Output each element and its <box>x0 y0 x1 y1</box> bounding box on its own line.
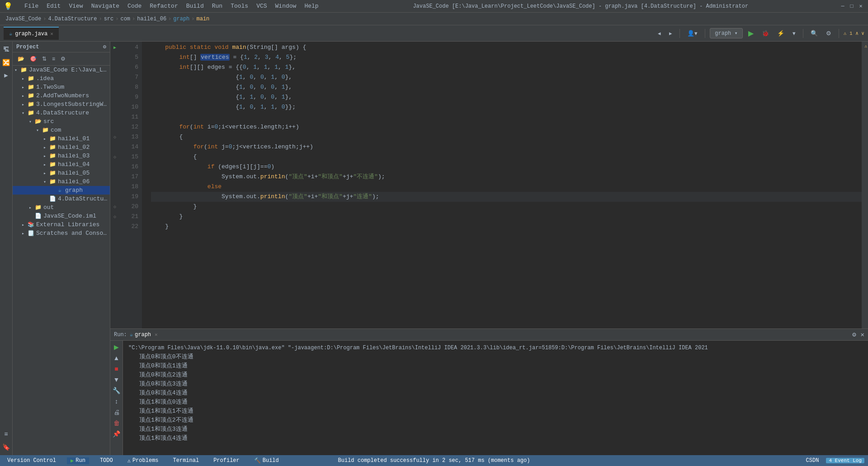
maximize-button[interactable]: □ <box>848 3 855 10</box>
debug-button[interactable]: 🐞 <box>759 28 772 38</box>
console-up-btn[interactable]: ▲ <box>112 353 122 362</box>
console-trash-btn[interactable]: 🗑 <box>112 418 122 428</box>
forward-button[interactable]: ▸ <box>666 28 675 38</box>
status-csdn[interactable]: CSDN <box>806 457 819 464</box>
menu-run[interactable]: Run <box>208 2 226 10</box>
status-tab-profiler[interactable]: Profiler <box>210 457 243 464</box>
tree-item-twosum[interactable]: ▸ 📁 1.TwoSum <box>13 83 110 91</box>
activity-structure-icon[interactable]: ≡ <box>1 429 12 440</box>
back-button[interactable]: ◂ <box>655 28 664 38</box>
tree-item-hailei03[interactable]: ▸ 📁 hailei_03 <box>13 152 110 160</box>
tree-item-dataxml[interactable]: ▸ 📄 4.DataStructure.iml <box>13 195 110 203</box>
tree-item-graph[interactable]: ▸ ☕ graph <box>13 186 110 195</box>
settings-tree-button[interactable]: ⚙ <box>58 54 68 63</box>
menu-vcs[interactable]: VCS <box>253 2 270 10</box>
breadcrumb-item-5[interactable]: graph <box>173 16 189 22</box>
console-pin-btn[interactable]: 📌 <box>111 429 122 438</box>
folder-icon-datastructure: 📁 <box>27 109 34 116</box>
close-button[interactable]: ✕ <box>857 3 864 10</box>
tree-item-idea[interactable]: ▸ 📁 .idea <box>13 74 110 83</box>
menu-file[interactable]: File <box>21 2 42 10</box>
tree-item-longest[interactable]: ▸ 📁 3.LongestSubstringWi... <box>13 100 110 109</box>
status-message: Build completed successfully in 2 sec, 5… <box>338 457 530 464</box>
breadcrumb-item-0[interactable]: JavaSE_Code <box>5 16 41 22</box>
tree-item-scratches[interactable]: ▸ 🗒️ Scratches and Consoles <box>13 229 110 238</box>
bottom-panel-close[interactable]: ✕ <box>861 331 864 338</box>
breadcrumb-item-2[interactable]: src <box>104 16 114 22</box>
bottom-panel-settings[interactable]: ⚙ <box>852 331 856 338</box>
tree-item-com[interactable]: ▾ 📁 com <box>13 126 110 134</box>
menu-help[interactable]: Help <box>301 2 322 10</box>
line-num-4: 4 <box>119 43 138 52</box>
toolbar-separator-4 <box>839 29 839 38</box>
menu-navigate[interactable]: Navigate <box>88 2 123 10</box>
menu-build[interactable]: Build <box>183 2 208 10</box>
activity-project-icon[interactable]: 🏗 <box>1 44 12 55</box>
tree-item-src[interactable]: ▾ 📂 src <box>13 117 110 126</box>
run-tab-close[interactable]: ✕ <box>155 332 158 338</box>
settings-button[interactable]: ⚙ <box>823 28 834 38</box>
breadcrumb-item-1[interactable]: 4.DataStructure <box>48 16 97 22</box>
status-tab-terminal[interactable]: Terminal <box>170 457 203 464</box>
tree-item-root[interactable]: ▾ 📁 JavaSE_Code E:\Java_Lea... <box>13 66 110 74</box>
menu-window[interactable]: Window <box>272 2 300 10</box>
run-button[interactable]: ▶ <box>745 27 756 39</box>
tree-item-hailei01[interactable]: ▸ 📁 hailei_01 <box>13 134 110 143</box>
status-event-count[interactable]: 4 Event Log <box>826 458 864 463</box>
run-config-dropdown[interactable]: graph ▾ <box>710 28 742 38</box>
console-print-btn[interactable]: 🖨 <box>112 408 122 417</box>
console-scroll-btn[interactable]: ↕ <box>113 397 120 406</box>
search-everywhere-button[interactable]: 🔍 <box>808 28 821 38</box>
status-tab-todo[interactable]: TODO <box>96 457 117 464</box>
tree-item-javasexml[interactable]: ▸ 📄 JavaSE_Code.iml <box>13 212 110 220</box>
collapse-all-button[interactable]: 📂 <box>15 54 27 63</box>
window-controls[interactable]: ─ □ ✕ <box>839 3 864 10</box>
code-content[interactable]: public static void main(String[] args) {… <box>142 42 862 328</box>
menu-code[interactable]: Code <box>124 2 145 10</box>
tree-item-datastructure[interactable]: ▾ 📁 4.DataStructure <box>13 109 110 117</box>
activity-run-icon[interactable]: ▶ <box>1 70 12 81</box>
run-tab-label[interactable]: ☕ graph ✕ <box>130 331 158 338</box>
tree-item-hailei02[interactable]: ▸ 📁 hailei_02 <box>13 143 110 152</box>
console-stop-btn[interactable]: ■ <box>113 364 120 373</box>
breadcrumb-item-4[interactable]: hailei_06 <box>137 16 166 22</box>
tree-item-hailei04[interactable]: ▸ 📁 hailei_04 <box>13 160 110 169</box>
tree-item-hailei05[interactable]: ▸ 📁 hailei_05 <box>13 169 110 177</box>
menu-tools[interactable]: Tools <box>227 2 252 10</box>
activity-bookmark-icon[interactable]: 🔖 <box>1 442 12 452</box>
breadcrumb-sep-3: › <box>132 16 135 22</box>
project-panel-gear[interactable]: ⚙ <box>103 43 106 50</box>
console-wrench-btn[interactable]: 🔧 <box>111 386 122 395</box>
console-down-btn[interactable]: ▼ <box>112 375 122 384</box>
tree-item-addtwo[interactable]: ▸ 📁 2.AddTwoNumbers <box>13 91 110 100</box>
run-coverage-button[interactable]: ⚡ <box>774 28 787 38</box>
menu-refactor[interactable]: Refactor <box>146 2 181 10</box>
minimize-button[interactable]: ─ <box>839 3 846 10</box>
breadcrumb-item-6[interactable]: main <box>197 16 210 22</box>
window-title: JavaSE_Code [E:\Java_Learn\Project_LeetC… <box>322 3 839 10</box>
editor[interactable]: ▶ ◇ ◇ ◇ ◇ 4 <box>110 42 868 328</box>
tree-item-out[interactable]: ▸ 📁 out <box>13 203 110 212</box>
activity-git-icon[interactable]: 🔀 <box>1 57 12 68</box>
tab-close-button[interactable]: ✕ <box>50 31 53 37</box>
tree-item-hailei06[interactable]: ▾ 📁 hailei_06 <box>13 177 110 186</box>
menu-bar[interactable]: File Edit View Navigate Code Refactor Bu… <box>21 2 322 10</box>
sort-button[interactable]: ⇅ <box>40 54 49 63</box>
status-tab-build[interactable]: 🔨 Build <box>250 457 283 464</box>
status-tab-problems[interactable]: ⚠ Problems <box>124 457 162 464</box>
status-tab-run[interactable]: ▶ Run <box>67 457 89 464</box>
filter-button[interactable]: ≡ <box>50 54 57 63</box>
gutter-run-4[interactable]: ▶ <box>110 43 119 52</box>
menu-edit[interactable]: Edit <box>43 2 64 10</box>
tab-graph[interactable]: ☕ graph.java ✕ <box>4 27 59 40</box>
status-tab-versioncontrol[interactable]: Version Control <box>4 457 60 464</box>
tab-bar[interactable]: ☕ graph.java ✕ <box>4 27 59 40</box>
console-run-btn[interactable]: ▶ <box>112 342 121 352</box>
gutter-19 <box>110 192 119 202</box>
breadcrumb-item-3[interactable]: com <box>120 16 130 22</box>
locate-button[interactable]: 🎯 <box>28 54 39 63</box>
tree-item-extlib[interactable]: ▸ 📚 External Libraries <box>13 220 110 229</box>
more-run-button[interactable]: ▾ <box>790 28 798 38</box>
recent-files-button[interactable]: 👤▾ <box>684 28 700 38</box>
menu-view[interactable]: View <box>65 2 86 10</box>
